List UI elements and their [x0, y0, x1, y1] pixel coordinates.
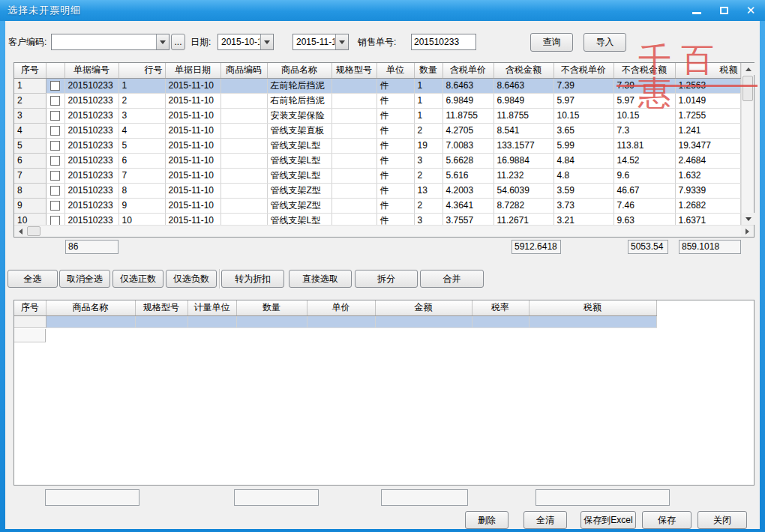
invoice-cell[interactable]: [375, 315, 472, 327]
query-button[interactable]: 查询: [530, 33, 573, 52]
detail-cell[interactable]: 7.39: [554, 78, 614, 93]
row-checkbox[interactable]: [50, 81, 60, 91]
checkbox-cell[interactable]: [46, 108, 64, 123]
detail-cell[interactable]: 3: [414, 153, 442, 168]
row-number-cell[interactable]: [14, 315, 46, 327]
detail-column-header[interactable]: 含税金额: [494, 63, 554, 78]
invoice-column-header[interactable]: 规格型号: [135, 300, 188, 315]
invoice-cell[interactable]: [307, 315, 375, 327]
detail-cell[interactable]: 左前轮后挡泥: [267, 78, 332, 93]
vertical-scrollbar-thumb[interactable]: [742, 76, 753, 101]
row-number-cell[interactable]: 1: [14, 78, 46, 93]
detail-cell[interactable]: 8: [118, 183, 165, 198]
row-number-cell[interactable]: 7: [14, 168, 46, 183]
checkbox-cell[interactable]: [46, 93, 64, 108]
detail-cell[interactable]: 2: [414, 198, 442, 213]
detail-cell[interactable]: [220, 123, 267, 138]
detail-cell[interactable]: 5.97: [554, 93, 614, 108]
invoice-column-header[interactable]: 单价: [307, 300, 375, 315]
horizontal-scrollbar-thumb[interactable]: [27, 226, 40, 236]
maximize-button[interactable]: [716, 4, 732, 17]
detail-cell[interactable]: 8.6463: [494, 78, 554, 93]
detail-cell[interactable]: 201510233: [64, 93, 118, 108]
browse-button[interactable]: ...: [171, 34, 185, 50]
invoice-cell[interactable]: [472, 315, 529, 327]
detail-cell[interactable]: 2015-11-10: [165, 93, 220, 108]
detail-table-row[interactable]: 820151023382015-11-10管线支架Z型件134.200354.6…: [14, 183, 740, 198]
row-checkbox[interactable]: [50, 126, 60, 136]
detail-cell[interactable]: [332, 78, 376, 93]
detail-table-row[interactable]: 920151023392015-11-10管线支架Z型件24.36418.728…: [14, 198, 740, 213]
detail-cell[interactable]: 管线支架L型: [267, 168, 332, 183]
deselect-all-button[interactable]: 取消全选: [59, 270, 110, 288]
detail-cell[interactable]: 11.2671: [494, 213, 554, 225]
detail-cell[interactable]: 8.6463: [442, 78, 494, 93]
detail-cell[interactable]: 2015-11-10: [165, 168, 220, 183]
detail-cell[interactable]: 件: [376, 138, 414, 153]
detail-column-header[interactable]: 单位: [376, 63, 414, 78]
detail-column-header[interactable]: 不含税金额: [614, 63, 675, 78]
detail-cell[interactable]: 5.97: [614, 93, 675, 108]
detail-table-row[interactable]: 10201510233102015-11-10管线支架L型件33.755711.…: [14, 213, 740, 225]
detail-cell[interactable]: 54.6039: [494, 183, 554, 198]
detail-column-header[interactable]: 税额: [675, 63, 740, 78]
detail-cell[interactable]: 1.2563: [675, 78, 740, 93]
detail-cell[interactable]: 管线支架L型: [267, 213, 332, 225]
split-button[interactable]: 拆分: [355, 270, 418, 288]
detail-cell[interactable]: 8.541: [494, 123, 554, 138]
detail-cell[interactable]: [332, 108, 376, 123]
row-number-cell[interactable]: 8: [14, 183, 46, 198]
detail-cell[interactable]: 件: [376, 78, 414, 93]
detail-cell[interactable]: 113.81: [614, 138, 675, 153]
scroll-down-button[interactable]: [742, 213, 754, 225]
horizontal-scrollbar[interactable]: [14, 225, 754, 237]
detail-cell[interactable]: 5.6628: [442, 153, 494, 168]
detail-cell[interactable]: 2: [414, 123, 442, 138]
combo-dropdown-button[interactable]: [260, 34, 273, 49]
detail-cell[interactable]: 2015-11-10: [165, 198, 220, 213]
only-negative-button[interactable]: 仅选负数: [166, 270, 217, 288]
detail-cell[interactable]: 2015-11-10: [165, 213, 220, 225]
detail-cell[interactable]: 201510233: [64, 183, 118, 198]
row-number-cell[interactable]: 6: [14, 153, 46, 168]
row-number-cell[interactable]: 10: [14, 213, 46, 225]
detail-cell[interactable]: 7.46: [614, 198, 675, 213]
detail-cell[interactable]: 1.632: [675, 168, 740, 183]
row-number-cell[interactable]: 5: [14, 138, 46, 153]
detail-column-header[interactable]: 单据日期: [165, 63, 220, 78]
row-number-cell[interactable]: 2: [14, 93, 46, 108]
detail-cell[interactable]: 3.21: [554, 213, 614, 225]
vertical-scrollbar[interactable]: [741, 63, 754, 225]
select-all-button[interactable]: 全选: [8, 270, 58, 288]
detail-cell[interactable]: 管线支架Z型: [267, 183, 332, 198]
detail-cell[interactable]: [332, 183, 376, 198]
detail-cell[interactable]: 9.63: [614, 213, 675, 225]
detail-cell[interactable]: 管线支架直板: [267, 123, 332, 138]
invoice-column-header[interactable]: 计量单位: [188, 300, 236, 315]
detail-cell[interactable]: 管线支架Z型: [267, 198, 332, 213]
detail-cell[interactable]: 5.99: [554, 138, 614, 153]
detail-cell[interactable]: 件: [376, 168, 414, 183]
detail-cell[interactable]: 2015-11-10: [165, 183, 220, 198]
detail-cell[interactable]: 11.8755: [442, 108, 494, 123]
detail-cell[interactable]: 件: [376, 213, 414, 225]
invoice-column-header[interactable]: 税率: [472, 300, 529, 315]
detail-cell[interactable]: 4.8: [554, 168, 614, 183]
detail-cell[interactable]: [220, 93, 267, 108]
detail-cell[interactable]: 14.52: [614, 153, 675, 168]
detail-cell[interactable]: 9.6: [614, 168, 675, 183]
invoice-cell[interactable]: [135, 315, 188, 327]
detail-cell[interactable]: 7.3: [614, 123, 675, 138]
detail-cell[interactable]: 2.4684: [675, 153, 740, 168]
row-checkbox[interactable]: [50, 171, 60, 181]
scroll-left-button[interactable]: [14, 226, 27, 237]
detail-cell[interactable]: 1: [414, 78, 442, 93]
detail-cell[interactable]: 3.59: [554, 183, 614, 198]
invoice-cell[interactable]: [188, 315, 236, 327]
detail-cell[interactable]: 1: [118, 78, 165, 93]
detail-table-row[interactable]: 720151023372015-11-10管线支架L型件25.61611.232…: [14, 168, 740, 183]
detail-cell[interactable]: 201510233: [64, 123, 118, 138]
detail-cell[interactable]: 1.2682: [675, 198, 740, 213]
detail-cell[interactable]: 16.9884: [494, 153, 554, 168]
detail-cell[interactable]: 2: [414, 168, 442, 183]
